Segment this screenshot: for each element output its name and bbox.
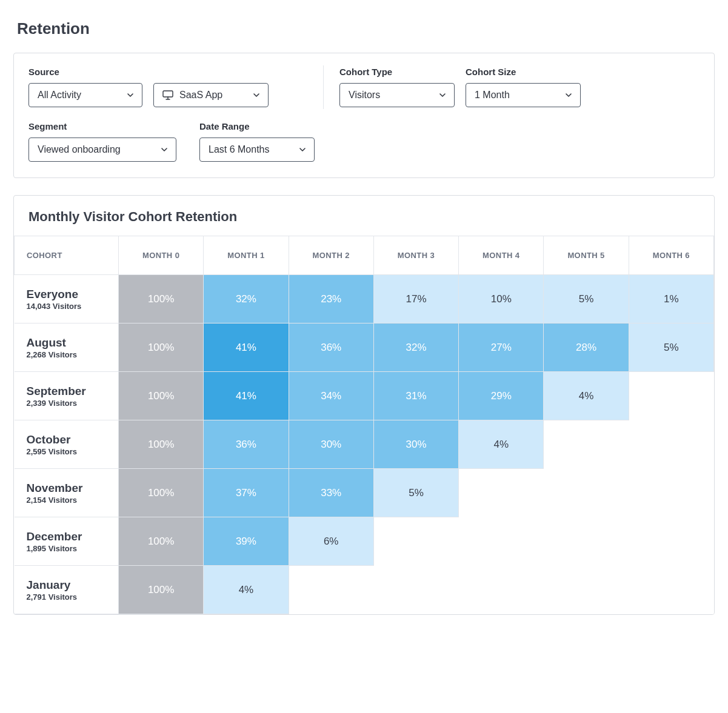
- cohort-size: 1,895 Visitors: [27, 544, 109, 553]
- cohort-size: 2,791 Visitors: [27, 592, 109, 602]
- cohort-name: January: [27, 578, 109, 592]
- table-header-row: COHORT MONTH 0 MONTH 1 MONTH 2 MONTH 3 M…: [15, 236, 714, 275]
- cohort-label-cell: August2,268 Visitors: [15, 323, 119, 372]
- chevron-down-icon: [566, 93, 572, 97]
- retention-cell: 28%: [544, 323, 629, 372]
- header-month: MONTH 4: [459, 236, 544, 275]
- retention-cell: 30%: [373, 420, 458, 469]
- empty-cell: [373, 517, 458, 566]
- empty-cell: [459, 517, 544, 566]
- retention-cell: 37%: [204, 469, 289, 517]
- svg-rect-0: [163, 91, 173, 97]
- chevron-down-icon: [127, 93, 133, 97]
- cohort-type-value: Visitors: [349, 90, 380, 101]
- retention-cell: 5%: [629, 323, 713, 372]
- cohort-size: 14,043 Visitors: [27, 302, 109, 311]
- table-row: October2,595 Visitors100%36%30%30%4%: [15, 420, 714, 469]
- filter-divider: [323, 65, 324, 109]
- page-title: Retention: [17, 19, 715, 38]
- retention-cell: 32%: [373, 323, 458, 372]
- cohort-size: 2,268 Visitors: [27, 350, 109, 359]
- empty-cell: [459, 469, 544, 517]
- retention-cell: 33%: [289, 469, 373, 517]
- cohort-label-cell: December1,895 Visitors: [15, 517, 119, 566]
- empty-cell: [373, 566, 458, 614]
- retention-cell: 100%: [119, 517, 204, 566]
- empty-cell: [629, 420, 713, 469]
- header-month: MONTH 2: [289, 236, 373, 275]
- retention-cell: 100%: [119, 420, 204, 469]
- header-month: MONTH 5: [544, 236, 629, 275]
- header-cohort: COHORT: [15, 236, 119, 275]
- filter-cohort-type: Cohort Type Visitors: [339, 67, 455, 109]
- filter-label-cohort-size: Cohort Size: [466, 67, 581, 77]
- filter-label-segment: Segment: [28, 121, 176, 131]
- source-app-dropdown[interactable]: SaaS App: [153, 83, 269, 107]
- monitor-icon: [162, 90, 173, 100]
- cohort-size: 2,339 Visitors: [27, 399, 109, 408]
- table-row: September2,339 Visitors100%41%34%31%29%4…: [15, 372, 714, 420]
- cohort-size: 2,154 Visitors: [27, 496, 109, 505]
- segment-value: Viewed onboarding: [38, 144, 121, 155]
- header-month: MONTH 1: [204, 236, 289, 275]
- retention-cell: 4%: [204, 566, 289, 614]
- retention-cell: 4%: [544, 372, 629, 420]
- cohort-name: August: [27, 336, 109, 350]
- segment-dropdown[interactable]: Viewed onboarding: [28, 138, 176, 162]
- retention-cell: 4%: [459, 420, 544, 469]
- filter-cohort-size: Cohort Size 1 Month: [466, 67, 581, 109]
- empty-cell: [544, 517, 629, 566]
- date-range-dropdown[interactable]: Last 6 Months: [199, 138, 315, 162]
- header-month: MONTH 3: [373, 236, 458, 275]
- header-month: MONTH 0: [119, 236, 204, 275]
- retention-cell: 30%: [289, 420, 373, 469]
- retention-cell: 100%: [119, 275, 204, 323]
- retention-cell: 41%: [204, 323, 289, 372]
- filters-panel: Source All Activity SaaS App: [13, 53, 715, 178]
- retention-cell: 100%: [119, 372, 204, 420]
- retention-cell: 100%: [119, 323, 204, 372]
- empty-cell: [544, 469, 629, 517]
- retention-cell: 34%: [289, 372, 373, 420]
- filter-label-cohort-type: Cohort Type: [339, 67, 455, 77]
- retention-cell: 6%: [289, 517, 373, 566]
- retention-cell: 32%: [204, 275, 289, 323]
- table-row: December1,895 Visitors100%39%6%: [15, 517, 714, 566]
- empty-cell: [629, 566, 713, 614]
- chevron-down-icon: [253, 93, 259, 97]
- filter-date-range: Date Range Last 6 Months: [199, 121, 315, 162]
- cohort-name: October: [27, 433, 109, 447]
- empty-cell: [629, 372, 713, 420]
- retention-cell: 36%: [204, 420, 289, 469]
- source-activity-dropdown[interactable]: All Activity: [28, 83, 142, 107]
- table-row: August2,268 Visitors100%41%36%32%27%28%5…: [15, 323, 714, 372]
- cohort-name: Everyone: [27, 287, 109, 302]
- cohort-name: December: [27, 529, 109, 544]
- retention-cell: 100%: [119, 566, 204, 614]
- empty-cell: [629, 469, 713, 517]
- cohort-label-cell: October2,595 Visitors: [15, 420, 119, 469]
- cohort-type-dropdown[interactable]: Visitors: [339, 83, 455, 107]
- table-row: November2,154 Visitors100%37%33%5%: [15, 469, 714, 517]
- cohort-table: COHORT MONTH 0 MONTH 1 MONTH 2 MONTH 3 M…: [14, 236, 714, 614]
- table-row: Everyone14,043 Visitors100%32%23%17%10%5…: [15, 275, 714, 323]
- empty-cell: [544, 566, 629, 614]
- retention-chart-panel: Monthly Visitor Cohort Retention COHORT …: [13, 195, 715, 615]
- retention-cell: 23%: [289, 275, 373, 323]
- empty-cell: [459, 566, 544, 614]
- empty-cell: [629, 517, 713, 566]
- retention-cell: 5%: [373, 469, 458, 517]
- cohort-size-dropdown[interactable]: 1 Month: [466, 83, 581, 107]
- chevron-down-icon: [161, 148, 167, 151]
- source-activity-value: All Activity: [38, 90, 81, 101]
- source-app-value: SaaS App: [179, 90, 222, 101]
- cohort-size: 2,595 Visitors: [27, 447, 109, 456]
- empty-cell: [289, 566, 373, 614]
- chart-title: Monthly Visitor Cohort Retention: [14, 196, 714, 236]
- retention-cell: 41%: [204, 372, 289, 420]
- table-row: January2,791 Visitors100%4%: [15, 566, 714, 614]
- filter-segment: Segment Viewed onboarding: [28, 121, 176, 162]
- retention-cell: 5%: [544, 275, 629, 323]
- retention-cell: 27%: [459, 323, 544, 372]
- retention-cell: 36%: [289, 323, 373, 372]
